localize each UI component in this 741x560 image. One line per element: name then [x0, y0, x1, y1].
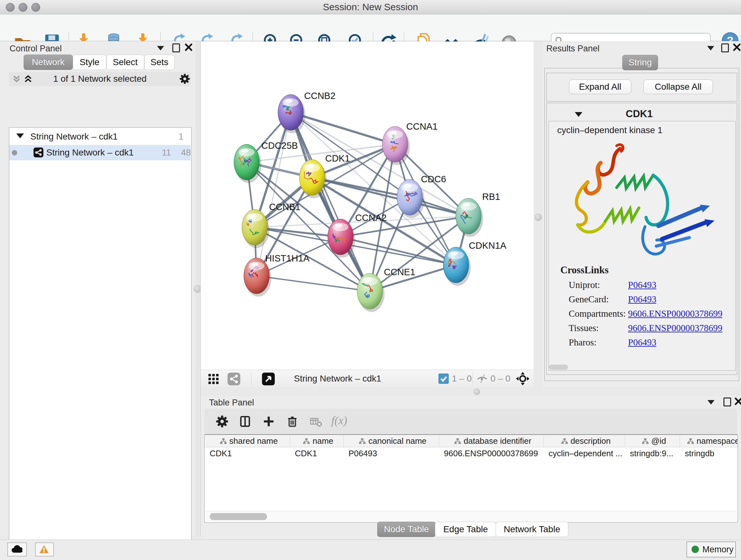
crosslink-compartments-link[interactable]: 9606.ENSP00000378699: [628, 308, 723, 319]
column-type-icon: [561, 438, 568, 445]
collection-network-count: 1: [179, 132, 184, 142]
crosslink-pharos-link[interactable]: P06493: [628, 337, 657, 348]
panel-float-icon[interactable]: [172, 44, 180, 52]
table-options-gear-icon[interactable]: [216, 415, 228, 428]
warning-icon: [39, 544, 49, 555]
table-hscrollbar-track[interactable]: [205, 511, 737, 522]
node-table[interactable]: shared namenamecanonical namedatabase id…: [204, 434, 738, 523]
network-status-dot-icon: [12, 150, 17, 155]
panel-close-icon[interactable]: [185, 43, 193, 51]
crosslink-genecard-link[interactable]: P06493: [628, 294, 657, 305]
network-label: String Network – cdk1: [46, 147, 134, 158]
panel-collapse-icon[interactable]: [157, 46, 164, 51]
right-splitter-grip[interactable]: [535, 213, 542, 221]
column-type-icon: [359, 438, 366, 445]
table-cell[interactable]: CDK1: [295, 447, 342, 459]
network-canvas[interactable]: CCNB2CCNA1CDC25BCDK1CDC6RB1CCNB1CCNA2CDK…: [201, 42, 534, 370]
network-view-title: String Network – cdk1: [294, 374, 381, 384]
table-cell[interactable]: 9606.ENSP00000378699: [444, 447, 542, 459]
column-header[interactable]: name: [294, 435, 342, 447]
right-splitter[interactable]: [534, 41, 542, 387]
protein-content-box: cyclin–dependent kinase 1: [549, 121, 736, 371]
expand-all-button[interactable]: Expand All: [569, 79, 631, 94]
results-hscrollbar-thumb[interactable]: [549, 365, 568, 370]
column-type-icon: [642, 438, 649, 445]
panel-float-icon[interactable]: [724, 397, 731, 407]
crosslink-uniprot-link[interactable]: P06493: [628, 280, 657, 290]
crosslinks-heading: CrossLinks: [560, 264, 609, 276]
network-node-cdc6[interactable]: [397, 179, 424, 218]
column-header[interactable]: description: [548, 435, 623, 447]
network-node-hist1h1a[interactable]: [244, 258, 271, 297]
panel-close-icon[interactable]: [734, 397, 741, 406]
delete-column-trash-icon[interactable]: [286, 415, 299, 428]
collection-expander-icon[interactable]: [16, 133, 24, 138]
column-type-icon: [303, 438, 310, 445]
table-cell[interactable]: cyclin–dependent ...: [549, 447, 623, 459]
table-panel: Table Panel f(x) shared namenamecanonica…: [201, 396, 741, 540]
table-cell[interactable]: stringdb: [685, 447, 738, 459]
hidden-counts: 0 – 0: [490, 374, 510, 384]
panel-collapse-icon[interactable]: [707, 46, 714, 51]
column-header[interactable]: database identifier: [443, 435, 542, 447]
memory-button[interactable]: Memory: [686, 542, 736, 557]
birdseye-view-icon[interactable]: [262, 373, 275, 385]
hidden-eye-slash-icon[interactable]: [476, 374, 488, 384]
toolbar-separator: [473, 372, 473, 385]
panel-close-icon[interactable]: [733, 43, 741, 51]
network-node-ccnb1[interactable]: [242, 209, 269, 248]
network-node-ccnb2[interactable]: [278, 95, 306, 133]
left-splitter-grip[interactable]: [194, 285, 201, 293]
column-header[interactable]: canonical name: [348, 435, 437, 447]
tab-style[interactable]: Style: [73, 55, 106, 70]
table-header-row: shared namenamecanonical namedatabase id…: [205, 435, 738, 447]
node-label-ccnb2: CCNB2: [304, 91, 335, 101]
tab-edge-table[interactable]: Edge Table: [435, 522, 496, 537]
tab-node-table[interactable]: Node Table: [377, 522, 435, 537]
network-edge-count: 48: [181, 147, 191, 158]
show-columns-icon[interactable]: [239, 415, 252, 428]
tree-options-gear-icon[interactable]: [179, 73, 190, 84]
protein-expander-icon[interactable]: [575, 112, 583, 117]
table-cell[interactable]: stringdb:9...: [630, 447, 678, 459]
automation-status-button[interactable]: [7, 543, 27, 557]
network-node-ccne1[interactable]: [357, 273, 385, 312]
panel-float-icon[interactable]: [721, 44, 729, 52]
collection-row[interactable]: String Network – cdk1 1: [9, 128, 191, 145]
horizontal-splitter-grip[interactable]: [474, 388, 480, 395]
column-header[interactable]: @id: [629, 435, 678, 447]
delete-table-icon: [310, 417, 323, 428]
network-row-selected[interactable]: String Network – cdk1 11 48: [9, 145, 191, 160]
column-header-label: namespace: [697, 436, 738, 446]
table-cell[interactable]: P06493: [348, 447, 437, 459]
tab-network[interactable]: Network: [23, 55, 73, 70]
column-type-icon: [454, 438, 461, 445]
column-header[interactable]: namespace: [684, 435, 738, 447]
network-node-cdkn1a[interactable]: [443, 247, 471, 286]
node-label-rb1: RB1: [482, 192, 500, 202]
function-builder-icon: f(x): [331, 414, 347, 427]
tab-network-table[interactable]: Network Table: [495, 522, 568, 537]
tab-select[interactable]: Select: [106, 55, 144, 70]
left-splitter[interactable]: [195, 41, 201, 537]
table-cell[interactable]: CDK1: [210, 447, 288, 459]
warnings-button[interactable]: [35, 543, 54, 557]
table-row[interactable]: CDK1CDK1P064939606.ENSP00000378699cyclin…: [205, 447, 738, 459]
crosslink-tissues-link[interactable]: 9606.ENSP00000378699: [628, 323, 723, 333]
network-share-icon[interactable]: [227, 373, 240, 385]
crosslink-label: Tissues:: [569, 323, 599, 333]
fit-crosshair-icon[interactable]: [516, 372, 529, 385]
network-node-rb1[interactable]: [456, 198, 483, 237]
grid-view-icon[interactable]: [208, 373, 219, 385]
horizontal-splitter[interactable]: [201, 387, 741, 396]
column-header-label: description: [570, 436, 611, 446]
create-column-plus-icon[interactable]: [262, 415, 275, 428]
collapse-all-button[interactable]: Collapse All: [643, 79, 713, 94]
selected-checkbox-icon[interactable]: [439, 374, 449, 384]
tab-string[interactable]: String: [622, 55, 658, 70]
network-graph[interactable]: CCNB2CCNA1CDC25BCDK1CDC6RB1CCNB1CCNA2CDK…: [201, 42, 534, 370]
column-header[interactable]: shared name: [209, 435, 288, 447]
tab-sets[interactable]: Sets: [144, 55, 175, 70]
table-hscrollbar-thumb[interactable]: [210, 513, 267, 520]
panel-collapse-icon[interactable]: [708, 400, 715, 405]
